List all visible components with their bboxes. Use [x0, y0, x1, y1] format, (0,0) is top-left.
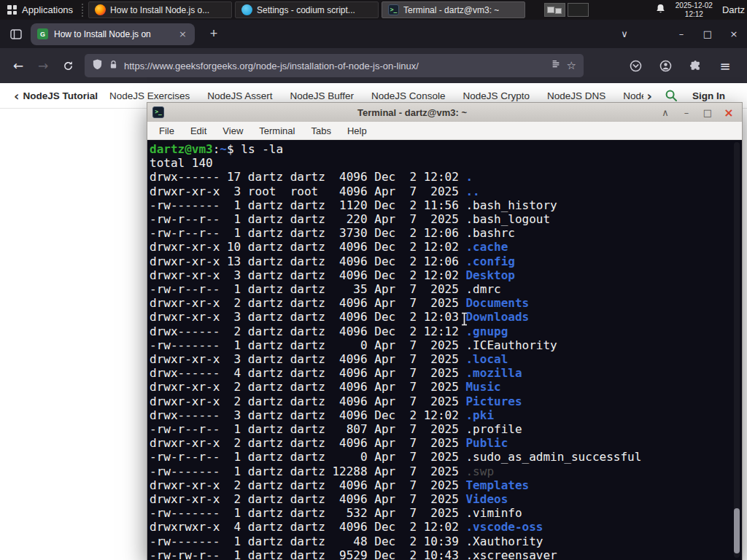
applications-menu-button[interactable]: Applications	[0, 0, 80, 20]
terminal-menu-view[interactable]: View	[215, 124, 250, 138]
search-icon[interactable]	[665, 89, 678, 102]
gfg-link-nodejs-tutorial[interactable]: NodeJS Tutorial	[23, 90, 98, 101]
terminal-shade-icon[interactable]: ∧	[660, 107, 670, 118]
terminal-title: Terminal - dartz@vm3: ~	[170, 107, 654, 118]
terminal-line: drwxr-xr-x 3 dartz dartz 4096 Dec 2 12:0…	[150, 268, 742, 282]
bookmark-star-icon[interactable]: ☆	[567, 59, 576, 72]
terminal-line: drwxr-xr-x 3 dartz dartz 4096 Apr 7 2025…	[150, 352, 742, 366]
gfg-link-nodejs-assert[interactable]: NodeJS Assert	[207, 90, 272, 101]
list-all-tabs-icon[interactable]: ∨	[611, 28, 638, 39]
lock-icon[interactable]	[109, 59, 118, 73]
file-name: .ICEauthority	[465, 338, 557, 352]
terminal-prompt-line: dartz@vm3:~$ ls -la	[150, 142, 742, 156]
firefox-icon	[95, 4, 106, 15]
user-menu[interactable]: Dartz	[722, 4, 745, 15]
file-name: .cache	[465, 240, 508, 254]
file-name: .config	[465, 254, 514, 268]
tab-close-icon[interactable]: ×	[177, 28, 188, 39]
terminal-line: -rw------- 1 dartz dartz 12288 Apr 7 202…	[150, 464, 742, 478]
workspace-pager	[544, 3, 589, 17]
terminal-menu-edit[interactable]: Edit	[183, 124, 214, 138]
file-name: .bashrc	[465, 226, 514, 240]
terminal-line: -rw------- 1 dartz dartz 532 Apr 7 2025 …	[150, 506, 742, 520]
terminal-scrollbar-thumb[interactable]	[734, 508, 740, 553]
tracking-protection-shield-icon[interactable]	[92, 58, 103, 73]
taskbar-button-terminal[interactable]: Terminal - dartz@vm3: ~	[382, 1, 525, 18]
forward-button[interactable]: →	[31, 54, 55, 77]
terminal-menu-terminal[interactable]: Terminal	[252, 124, 302, 138]
menu-hamburger-icon[interactable]: ≡	[712, 54, 738, 77]
gfg-link-nodejs-dns[interactable]: NodeJS DNS	[547, 90, 605, 101]
new-tab-button[interactable]: +	[204, 26, 224, 42]
terminal-scrollbar[interactable]	[734, 142, 740, 558]
file-name: .viminfo	[465, 506, 522, 520]
terminal-total-line: total 140	[150, 156, 742, 170]
terminal-minimize-icon[interactable]: –	[681, 107, 692, 118]
gfg-link-node[interactable]: Node	[623, 90, 643, 101]
nav-scroll-left-icon[interactable]: ‹	[14, 88, 19, 104]
terminal-maximize-icon[interactable]: □	[703, 107, 713, 118]
terminal-icon	[388, 4, 399, 15]
terminal-line: drwxr-xr-x 2 dartz dartz 4096 Apr 7 2025…	[150, 436, 742, 450]
browser-toolbar: ← → https://www.geeksforgeeks.org/node-j…	[0, 48, 747, 83]
reload-button[interactable]	[55, 54, 80, 77]
browser-tab[interactable]: G How to Install Node.js on ×	[31, 23, 195, 45]
gfg-link-nodejs-crypto[interactable]: NodeJS Crypto	[462, 90, 530, 101]
terminal-window-controls: ∧ – □ ×	[660, 106, 737, 120]
terminal-menubar: FileEditViewTerminalTabsHelp	[147, 122, 742, 140]
terminal-line: drwx------ 3 dartz dartz 4096 Dec 2 12:0…	[150, 408, 742, 422]
file-name: Public	[465, 436, 508, 450]
file-name: .gnupg	[465, 324, 508, 338]
terminal-close-icon[interactable]: ×	[724, 106, 734, 120]
gfg-link-nodejs-console[interactable]: NodeJS Console	[371, 90, 445, 101]
terminal-line: drwxrwxr-x 4 dartz dartz 4096 Dec 2 12:0…	[150, 520, 742, 534]
account-icon[interactable]	[652, 54, 678, 77]
file-name: .	[465, 170, 473, 184]
taskbar-button-label: Settings - codium script...	[257, 5, 355, 15]
file-name: .mozilla	[465, 366, 522, 380]
terminal-output[interactable]: dartz@vm3:~$ ls -latotal 140drwx------ 1…	[147, 140, 742, 560]
taskbar-button-codium[interactable]: Settings - codium script...	[235, 1, 379, 18]
terminal-menu-tabs[interactable]: Tabs	[303, 124, 338, 138]
url-text[interactable]: https://www.geeksforgeeks.org/node-js/in…	[124, 61, 545, 71]
nav-scroll-right-icon[interactable]: ›	[647, 88, 652, 104]
terminal-line: drwxr-xr-x 2 dartz dartz 4096 Apr 7 2025…	[150, 380, 742, 394]
terminal-line: drwxr-xr-x 2 dartz dartz 4096 Apr 7 2025…	[150, 296, 742, 310]
gfg-link-nodejs-exercises[interactable]: NodeJS Exercises	[109, 90, 190, 101]
pocket-icon[interactable]	[622, 54, 649, 77]
browser-minimize-icon[interactable]: –	[668, 28, 694, 39]
workspace-1[interactable]	[544, 3, 565, 17]
terminal-line: drwxr-xr-x 3 root root 4096 Apr 7 2025 .…	[150, 184, 742, 198]
clock[interactable]: 2025-12-02 12:12	[676, 1, 713, 19]
terminal-line: drwxr-xr-x 2 dartz dartz 4096 Apr 7 2025…	[150, 394, 742, 408]
terminal-line: -rw-r--r-- 1 dartz dartz 0 Apr 7 2025 .s…	[150, 450, 742, 464]
file-name: Templates	[465, 478, 529, 492]
file-name: Music	[465, 380, 500, 394]
terminal-menu-help[interactable]: Help	[340, 124, 374, 138]
extensions-puzzle-icon[interactable]	[682, 54, 708, 77]
terminal-line: -rw-rw-r-- 1 dartz dartz 9529 Dec 2 10:4…	[150, 548, 742, 560]
workspace-2[interactable]	[568, 3, 589, 17]
file-name: Documents	[465, 296, 529, 310]
terminal-line: drwxr-xr-x 3 dartz dartz 4096 Dec 2 12:0…	[150, 310, 742, 324]
back-button[interactable]: ←	[6, 54, 31, 77]
terminal-menu-file[interactable]: File	[152, 124, 182, 138]
firefox-view-icon[interactable]	[5, 25, 27, 44]
terminal-titlebar[interactable]: Terminal - dartz@vm3: ~ ∧ – □ ×	[147, 103, 742, 122]
taskbar-button-firefox[interactable]: How to Install Node.js o...	[88, 1, 232, 18]
browser-close-icon[interactable]: ×	[721, 28, 747, 39]
terminal-line: drwxr-xr-x 2 dartz dartz 4096 Apr 7 2025…	[150, 492, 742, 506]
file-name: Pictures	[465, 394, 522, 408]
browser-maximize-icon[interactable]: □	[694, 28, 721, 39]
file-name: .swp	[465, 464, 494, 478]
file-name: .local	[465, 352, 508, 366]
terminal-line: -rw-r--r-- 1 dartz dartz 35 Apr 7 2025 .…	[150, 282, 742, 296]
tab-title: How to Install Node.js on	[54, 29, 171, 39]
clock-date: 2025-12-02	[676, 1, 713, 10]
url-bar[interactable]: https://www.geeksforgeeks.org/node-js/in…	[85, 54, 584, 77]
file-name: .bash_logout	[465, 212, 550, 226]
reader-mode-icon[interactable]	[551, 59, 561, 72]
gfg-link-nodejs-buffer[interactable]: NodeJS Buffer	[290, 90, 355, 101]
sign-in-button[interactable]: Sign In	[692, 90, 725, 101]
notification-bell-icon[interactable]	[655, 3, 666, 18]
